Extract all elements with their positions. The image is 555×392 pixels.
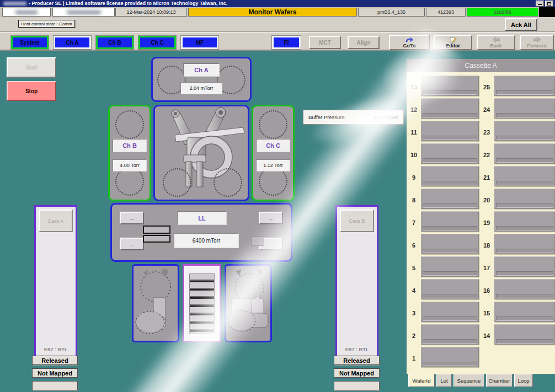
window-titlebar: - Producer SE | Limited software license…	[0, 0, 555, 7]
cassette-slot-row: 6	[407, 234, 479, 256]
wafer-slot[interactable]	[494, 166, 555, 186]
wafer-slot[interactable]	[494, 76, 555, 96]
wafer-slot[interactable]	[421, 324, 479, 345]
toolbar-button-back[interactable]: Back	[477, 35, 515, 50]
wafer-slot[interactable]	[494, 324, 555, 345]
slot-number: 10	[407, 143, 421, 166]
cass-b-button[interactable]: Cass B	[340, 210, 374, 232]
wafer-elevator-panel	[183, 264, 221, 342]
tab-loop[interactable]: Loop	[514, 374, 533, 387]
cassette-slot-row: 15	[479, 302, 555, 324]
loadlock-button-top-left[interactable]: –	[120, 212, 144, 224]
slot-number: 12	[407, 98, 421, 121]
wafer-slot[interactable]	[421, 211, 479, 232]
wafer-slot[interactable]	[421, 234, 479, 254]
slot-number: 21	[479, 166, 494, 189]
wafer-slot[interactable]	[421, 347, 479, 367]
toolbar-button-system[interactable]: System	[11, 36, 49, 49]
cassette-slot-row: 2	[407, 324, 479, 347]
toolbar-button-align[interactable]: Align	[348, 36, 380, 49]
cass-a-button[interactable]: Cass A	[39, 210, 73, 232]
start-button[interactable]: Start	[7, 57, 56, 78]
slot-number: 1	[407, 347, 421, 369]
toolbar-button-editor[interactable]: Editor	[434, 35, 472, 50]
toolbar-button-goto[interactable]: GoTo	[389, 35, 430, 50]
chamber-b-pressure: 4.00 Torr	[113, 159, 147, 171]
wafer-slot[interactable]	[421, 256, 479, 277]
restore-button[interactable]	[545, 1, 553, 7]
start-button-label: Start	[25, 65, 37, 71]
tab-sequence[interactable]: Sequence	[453, 374, 484, 387]
wafer-slot[interactable]	[421, 121, 479, 141]
datetime-display: 12-Mar-2024 10:09:13	[115, 8, 187, 17]
toolbar-button-mf[interactable]: MF	[181, 36, 218, 49]
loadlock-button[interactable]: LL	[177, 211, 227, 225]
chamber-c-pressure: 1.12 Torr	[256, 159, 290, 171]
ack-all-button[interactable]: Ack All	[505, 18, 537, 31]
wafer-slot[interactable]	[421, 279, 479, 299]
back-icon	[493, 37, 500, 42]
cassette-slot-row: 21	[479, 166, 555, 189]
cassette-slot-row: 25	[479, 76, 555, 98]
cassette-panel-header: Cassette A	[407, 59, 555, 72]
chamber-c-button[interactable]: Ch C	[256, 139, 290, 152]
toolbar-button-label: Back	[490, 43, 502, 49]
wafer-slot[interactable]	[494, 211, 555, 232]
tab-waferid[interactable]: WaferId	[408, 374, 435, 387]
cassette-slot-row: 14	[479, 324, 555, 347]
transfer-chamber-panel	[153, 105, 249, 201]
cassette-slot-row: 16	[479, 279, 555, 302]
status-cell-redacted-2	[52, 8, 115, 17]
wafer-slot[interactable]	[494, 256, 555, 277]
chamber-a-pressure: 2.04 mTorr	[180, 82, 222, 94]
forward-icon	[533, 37, 541, 42]
cass-a-map-state: Not Mapped	[32, 368, 78, 378]
cassette-slot-row: 18	[479, 234, 555, 256]
cassette-slot-row: 13	[407, 76, 479, 98]
wafer-slot[interactable]	[494, 121, 555, 141]
goto-icon	[405, 37, 414, 42]
buffer-pressure-label: Buffer Pressure	[308, 114, 345, 120]
toolbar-button-fi[interactable]: FI	[272, 36, 301, 49]
wafer-slot[interactable]	[421, 143, 479, 164]
cass-b-release-state: Released	[334, 356, 380, 365]
host-control-state: Host control state : Comm	[18, 20, 75, 28]
atm-robot-left-panel	[132, 264, 179, 342]
wafer-slot[interactable]	[494, 189, 555, 209]
wafer-slot[interactable]	[494, 143, 555, 164]
wafer-slot[interactable]	[421, 189, 479, 209]
toolbar-button-ch-b[interactable]: Ch B	[96, 36, 134, 49]
cassette-left-column: 13121110987654321	[407, 76, 479, 369]
cassette-slot-row: 5	[407, 256, 479, 279]
wafer-slot[interactable]	[421, 98, 479, 119]
wafer-slot[interactable]	[421, 302, 479, 322]
wafer-slot[interactable]	[421, 166, 479, 186]
loadlock-button-top-right[interactable]: –	[259, 212, 283, 224]
chamber-c-panel: Ch C 1.12 Torr	[252, 105, 295, 201]
stop-button[interactable]: Stop	[7, 81, 56, 101]
recipe-display: pmB5.4_135	[358, 8, 425, 17]
status-bar: 12-Mar-2024 10:09:13 Monitor Wafers pmB5…	[0, 7, 555, 17]
cassette-slot-row: 10	[407, 143, 479, 166]
minimize-button[interactable]	[536, 1, 544, 7]
toolbar-button-forward[interactable]: Forward	[520, 35, 554, 50]
chamber-a-button[interactable]: Ch A	[183, 63, 220, 77]
loadlock-door-indicator	[251, 237, 264, 246]
slot-number: 9	[407, 166, 421, 189]
loadlock-button-bottom-left[interactable]: –	[120, 238, 144, 250]
tab-chamber[interactable]: Chamber	[486, 374, 513, 387]
toolbar-button-mct[interactable]: MCT	[309, 36, 341, 49]
chamber-b-button[interactable]: Ch B	[113, 139, 147, 152]
wafer-slot[interactable]	[494, 279, 555, 299]
loadlock-slot-indicator	[143, 225, 170, 243]
slot-number: 2	[407, 324, 421, 347]
toolbar-button-ch-a[interactable]: Ch A	[54, 36, 91, 49]
wafer-slot[interactable]	[494, 234, 555, 254]
tab-lot[interactable]: Lot	[436, 374, 452, 387]
toolbar-button-ch-c[interactable]: Ch C	[138, 36, 176, 49]
wafer-slot[interactable]	[494, 302, 555, 322]
editor-icon	[450, 37, 457, 42]
elevator-slots-graphic	[189, 273, 215, 334]
wafer-slot[interactable]	[494, 98, 555, 119]
wafer-slot[interactable]	[421, 76, 479, 96]
